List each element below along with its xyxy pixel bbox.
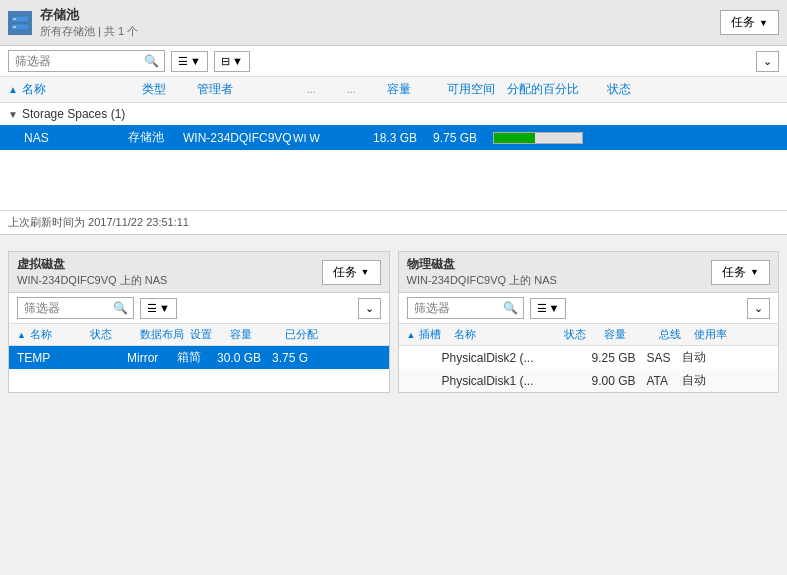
col-header-alloc[interactable]: 分配的百分比 — [507, 81, 607, 98]
filter-collapse-button[interactable]: ⌄ — [756, 51, 779, 72]
pcol-status[interactable]: 状态 — [564, 327, 604, 342]
nas-pool-row[interactable]: NAS 存储池 WIN-234DQIFC9VQ WI W 18.3 GB 9.7… — [0, 125, 787, 150]
storage-pool-icon — [8, 11, 32, 35]
vdisk-collapse-button[interactable]: ⌄ — [358, 298, 381, 319]
pcol-usage[interactable]: 使用率 — [694, 327, 734, 342]
vdisk-titles: 虚拟磁盘 WIN-234DQIFC9VQ 上的 NAS — [17, 256, 167, 288]
col-header-available[interactable]: 可用空间 — [447, 81, 507, 98]
svg-rect-2 — [13, 18, 16, 20]
vrow-layout: Mirror — [127, 351, 177, 365]
vcol-name[interactable]: 名称 — [30, 327, 90, 342]
pdisk-rows: PhysicalDisk2 (... 9.25 GB SAS 自动 Physic… — [399, 346, 779, 392]
filter-list-button[interactable]: ☰ ▼ — [171, 51, 208, 72]
group-label: Storage Spaces (1) — [22, 107, 125, 121]
virtual-disk-panel: 虚拟磁盘 WIN-234DQIFC9VQ 上的 NAS 任务 ▼ 🔍 ☰ ▼ ⌄ — [8, 251, 390, 393]
vcol-layout[interactable]: 数据布局 — [140, 327, 190, 342]
pdisk-row[interactable]: PhysicalDisk2 (... 9.25 GB SAS 自动 — [399, 346, 779, 369]
pdisk-list-chevron: ▼ — [549, 302, 560, 314]
pdisk-tasks-button[interactable]: 任务 ▼ — [711, 260, 770, 285]
svg-rect-3 — [13, 26, 16, 28]
pdisk-list-button[interactable]: ☰ ▼ — [530, 298, 567, 319]
vdisk-list-chevron: ▼ — [159, 302, 170, 314]
group-arrow: ▼ — [8, 109, 18, 120]
empty-rows-area — [0, 150, 787, 210]
vdisk-col-headers: ▲ 名称 状态 数据布局 设置 容量 已分配 — [9, 324, 389, 346]
prow-capacity: 9.25 GB — [592, 351, 647, 365]
vrow-alloc: 3.75 G — [272, 351, 312, 365]
filter-search-button[interactable]: 🔍 — [139, 51, 164, 71]
physical-disk-panel: 物理磁盘 WIN-234DQIFC9VQ 上的 NAS 任务 ▼ 🔍 ☰ ▼ ⌄ — [398, 251, 780, 393]
row-manager2: WI W — [293, 132, 333, 144]
panel-title: 存储池 — [40, 6, 720, 24]
pdisk-search-button[interactable]: 🔍 — [498, 298, 523, 318]
col-header-manager[interactable]: 管理者 — [197, 81, 307, 98]
vdisk-filter-wrap: 🔍 — [17, 297, 134, 319]
filter-input-wrap: 🔍 — [8, 50, 165, 72]
vrow-setting: 箱简 — [177, 349, 217, 366]
pdisk-col-headers: ▲ 插槽 名称 状态 容量 总线 使用率 — [399, 324, 779, 346]
vdisk-filter-input[interactable] — [18, 298, 108, 318]
pcol-bus[interactable]: 总线 — [659, 327, 694, 342]
pdisk-filter-input[interactable] — [408, 298, 498, 318]
pdisk-subtitle: WIN-234DQIFC9VQ 上的 NAS — [407, 273, 557, 288]
pdisk-sort-icon: ▲ — [407, 330, 416, 340]
vdisk-list-button[interactable]: ☰ ▼ — [140, 298, 177, 319]
prow-usage: 自动 — [682, 349, 722, 366]
row-name: NAS — [8, 131, 128, 145]
vdisk-tasks-chevron: ▼ — [361, 267, 370, 277]
prow-capacity: 9.00 GB — [592, 374, 647, 388]
pdisk-row[interactable]: PhysicalDisk1 (... 9.00 GB ATA 自动 — [399, 369, 779, 392]
separator — [0, 235, 787, 243]
sort-icon: ▲ — [8, 84, 18, 95]
pdisk-tasks-label: 任务 — [722, 264, 746, 281]
pcol-name[interactable]: 名称 — [454, 327, 564, 342]
col-header-status[interactable]: 状态 — [607, 81, 667, 98]
pdisk-header: 物理磁盘 WIN-234DQIFC9VQ 上的 NAS 任务 ▼ — [399, 252, 779, 293]
row-capacity: 18.3 GB — [373, 131, 433, 145]
vrow-capacity: 30.0 GB — [217, 351, 272, 365]
filter-options-button[interactable]: ⊟ ▼ — [214, 51, 250, 72]
filter-input[interactable] — [9, 51, 139, 71]
col-header-capacity[interactable]: 容量 — [387, 81, 447, 98]
vdisk-tasks-button[interactable]: 任务 ▼ — [322, 260, 381, 285]
pdisk-header-row: 物理磁盘 WIN-234DQIFC9VQ 上的 NAS 任务 ▼ — [407, 256, 771, 288]
bottom-panels: 虚拟磁盘 WIN-234DQIFC9VQ 上的 NAS 任务 ▼ 🔍 ☰ ▼ ⌄ — [0, 243, 787, 401]
vdisk-temp-row[interactable]: TEMP Mirror 箱简 30.0 GB 3.75 G — [9, 346, 389, 369]
prow-bus: SAS — [647, 351, 682, 365]
vdisk-title: 虚拟磁盘 — [17, 256, 167, 273]
row-manager: WIN-234DQIFC9VQ — [183, 131, 293, 145]
vcol-setting[interactable]: 设置 — [190, 327, 230, 342]
top-status-bar: 上次刷新时间为 2017/11/22 23:51:11 — [0, 210, 787, 234]
vrow-name: TEMP — [17, 351, 77, 365]
panel-titles: 存储池 所有存储池 | 共 1 个 — [40, 6, 720, 39]
top-tasks-button[interactable]: 任务 ▼ — [720, 10, 779, 35]
top-filter-bar: 🔍 ☰ ▼ ⊟ ▼ ⌄ — [0, 46, 787, 77]
row-available: 9.75 GB — [433, 131, 493, 145]
pdisk-tasks-chevron: ▼ — [750, 267, 759, 277]
vdisk-sort-icon: ▲ — [17, 330, 26, 340]
top-panel: 存储池 所有存储池 | 共 1 个 任务 ▼ 🔍 ☰ ▼ ⊟ ▼ ⌄ ▲ 名称 … — [0, 0, 787, 235]
col-header-extra2[interactable]: ... — [347, 84, 387, 95]
storage-spaces-group[interactable]: ▼ Storage Spaces (1) — [0, 103, 787, 125]
col-header-extra1[interactable]: ... — [307, 84, 347, 95]
tasks-label: 任务 — [731, 14, 755, 31]
vcol-capacity[interactable]: 容量 — [230, 327, 285, 342]
vcol-status[interactable]: 状态 — [90, 327, 140, 342]
vdisk-list-icon: ☰ — [147, 302, 157, 315]
top-column-headers: ▲ 名称 类型 管理者 ... ... 容量 可用空间 分配的百分比 状态 — [0, 77, 787, 103]
vdisk-header-row: 虚拟磁盘 WIN-234DQIFC9VQ 上的 NAS 任务 ▼ — [17, 256, 381, 288]
pdisk-filter-bar: 🔍 ☰ ▼ ⌄ — [399, 293, 779, 324]
col-header-type[interactable]: 类型 — [142, 81, 197, 98]
vdisk-search-button[interactable]: 🔍 — [108, 298, 133, 318]
col-header-name[interactable]: 名称 — [22, 81, 142, 98]
filter-list-chevron: ▼ — [190, 55, 201, 67]
prow-usage: 自动 — [682, 372, 722, 389]
pcol-slot[interactable]: 插槽 — [419, 327, 454, 342]
row-alloc-bar — [493, 132, 593, 144]
pdisk-filter-wrap: 🔍 — [407, 297, 524, 319]
pdisk-title: 物理磁盘 — [407, 256, 557, 273]
pcol-capacity[interactable]: 容量 — [604, 327, 659, 342]
vcol-alloc[interactable]: 已分配 — [285, 327, 325, 342]
pdisk-collapse-button[interactable]: ⌄ — [747, 298, 770, 319]
vdisk-header: 虚拟磁盘 WIN-234DQIFC9VQ 上的 NAS 任务 ▼ — [9, 252, 389, 293]
